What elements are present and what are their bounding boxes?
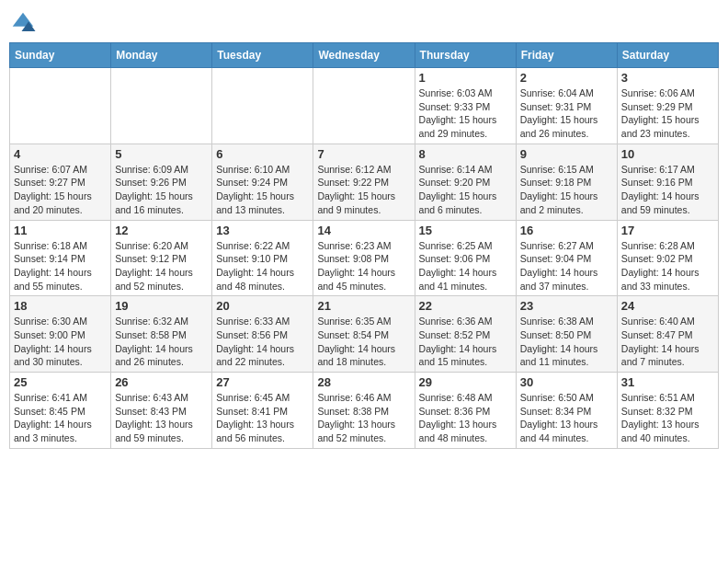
calendar-cell-1-5: 9Sunrise: 6:15 AMSunset: 9:18 PMDaylight…: [516, 144, 617, 220]
week-row-5: 25Sunrise: 6:41 AMSunset: 8:45 PMDayligh…: [10, 373, 719, 449]
calendar-cell-0-5: 2Sunrise: 6:04 AMSunset: 9:31 PMDaylight…: [516, 68, 617, 144]
calendar-cell-3-3: 21Sunrise: 6:35 AMSunset: 8:54 PMDayligh…: [313, 296, 415, 373]
calendar-cell-1-4: 8Sunrise: 6:14 AMSunset: 9:20 PMDaylight…: [415, 144, 516, 220]
day-number: 19: [115, 299, 208, 313]
calendar-cell-4-1: 26Sunrise: 6:43 AMSunset: 8:43 PMDayligh…: [111, 373, 212, 449]
day-number: 26: [115, 375, 208, 389]
calendar-cell-4-2: 27Sunrise: 6:45 AMSunset: 8:41 PMDayligh…: [212, 373, 313, 449]
calendar-cell-1-2: 6Sunrise: 6:10 AMSunset: 9:24 PMDaylight…: [212, 144, 313, 220]
day-number: 30: [520, 375, 613, 389]
day-number: 28: [317, 375, 410, 389]
day-number: 6: [216, 147, 309, 161]
logo-icon: [9, 9, 37, 37]
calendar-cell-0-1: [111, 68, 212, 144]
calendar-cell-2-4: 15Sunrise: 6:25 AMSunset: 9:06 PMDayligh…: [415, 220, 516, 296]
day-info: Sunrise: 6:50 AMSunset: 8:34 PMDaylight:…: [520, 391, 613, 445]
day-info: Sunrise: 6:51 AMSunset: 8:32 PMDaylight:…: [621, 391, 714, 445]
day-number: 1: [419, 71, 512, 85]
day-info: Sunrise: 6:12 AMSunset: 9:22 PMDaylight:…: [317, 163, 410, 217]
day-info: Sunrise: 6:33 AMSunset: 8:56 PMDaylight:…: [216, 315, 309, 369]
day-info: Sunrise: 6:09 AMSunset: 9:26 PMDaylight:…: [115, 163, 208, 217]
day-number: 17: [621, 224, 714, 237]
week-row-3: 11Sunrise: 6:18 AMSunset: 9:14 PMDayligh…: [10, 220, 719, 296]
calendar-cell-0-4: 1Sunrise: 6:03 AMSunset: 9:33 PMDaylight…: [415, 68, 516, 144]
calendar-cell-2-3: 14Sunrise: 6:23 AMSunset: 9:08 PMDayligh…: [313, 220, 415, 296]
day-number: 2: [520, 71, 613, 85]
day-number: 23: [520, 299, 613, 313]
calendar-cell-3-2: 20Sunrise: 6:33 AMSunset: 8:56 PMDayligh…: [212, 296, 313, 373]
day-number: 22: [419, 299, 512, 313]
calendar-cell-1-0: 4Sunrise: 6:07 AMSunset: 9:27 PMDaylight…: [10, 144, 111, 220]
day-info: Sunrise: 6:46 AMSunset: 8:38 PMDaylight:…: [317, 391, 410, 445]
day-info: Sunrise: 6:32 AMSunset: 8:58 PMDaylight:…: [115, 315, 208, 369]
day-number: 15: [419, 224, 512, 237]
day-number: 14: [317, 224, 410, 237]
day-number: 11: [14, 224, 107, 237]
calendar-cell-1-6: 10Sunrise: 6:17 AMSunset: 9:16 PMDayligh…: [617, 144, 718, 220]
calendar-cell-0-6: 3Sunrise: 6:06 AMSunset: 9:29 PMDaylight…: [617, 68, 718, 144]
calendar-cell-2-1: 12Sunrise: 6:20 AMSunset: 9:12 PMDayligh…: [111, 220, 212, 296]
day-number: 18: [14, 299, 107, 313]
day-number: 8: [419, 147, 512, 161]
day-info: Sunrise: 6:43 AMSunset: 8:43 PMDaylight:…: [115, 391, 208, 445]
weekday-header-row: SundayMondayTuesdayWednesdayThursdayFrid…: [10, 43, 719, 68]
day-info: Sunrise: 6:45 AMSunset: 8:41 PMDaylight:…: [216, 391, 309, 445]
day-number: 27: [216, 375, 309, 389]
calendar-cell-4-4: 29Sunrise: 6:48 AMSunset: 8:36 PMDayligh…: [415, 373, 516, 449]
day-number: 24: [621, 299, 714, 313]
week-row-1: 1Sunrise: 6:03 AMSunset: 9:33 PMDaylight…: [10, 68, 719, 144]
calendar-cell-4-3: 28Sunrise: 6:46 AMSunset: 8:38 PMDayligh…: [313, 373, 415, 449]
calendar-cell-4-0: 25Sunrise: 6:41 AMSunset: 8:45 PMDayligh…: [10, 373, 111, 449]
day-number: 25: [14, 375, 107, 389]
day-info: Sunrise: 6:04 AMSunset: 9:31 PMDaylight:…: [520, 86, 613, 141]
calendar-cell-3-1: 19Sunrise: 6:32 AMSunset: 8:58 PMDayligh…: [111, 296, 212, 373]
calendar-cell-0-3: [313, 68, 415, 144]
day-number: 7: [317, 147, 410, 161]
day-number: 31: [621, 375, 714, 389]
calendar-cell-4-5: 30Sunrise: 6:50 AMSunset: 8:34 PMDayligh…: [516, 373, 617, 449]
day-info: Sunrise: 6:35 AMSunset: 8:54 PMDaylight:…: [317, 315, 410, 369]
weekday-header-saturday: Saturday: [617, 43, 718, 68]
header: [9, 9, 719, 37]
day-info: Sunrise: 6:14 AMSunset: 9:20 PMDaylight:…: [419, 163, 512, 217]
day-number: 12: [115, 224, 208, 237]
logo: [9, 9, 40, 37]
calendar-table: SundayMondayTuesdayWednesdayThursdayFrid…: [9, 42, 719, 449]
day-info: Sunrise: 6:22 AMSunset: 9:10 PMDaylight:…: [216, 239, 309, 293]
day-number: 13: [216, 224, 309, 237]
day-number: 16: [520, 224, 613, 237]
calendar-cell-3-4: 22Sunrise: 6:36 AMSunset: 8:52 PMDayligh…: [415, 296, 516, 373]
week-row-4: 18Sunrise: 6:30 AMSunset: 9:00 PMDayligh…: [10, 296, 719, 373]
day-info: Sunrise: 6:38 AMSunset: 8:50 PMDaylight:…: [520, 315, 613, 369]
day-number: 29: [419, 375, 512, 389]
day-info: Sunrise: 6:28 AMSunset: 9:02 PMDaylight:…: [621, 239, 714, 293]
day-info: Sunrise: 6:07 AMSunset: 9:27 PMDaylight:…: [14, 163, 107, 217]
calendar-cell-2-0: 11Sunrise: 6:18 AMSunset: 9:14 PMDayligh…: [10, 220, 111, 296]
weekday-header-friday: Friday: [516, 43, 617, 68]
weekday-header-wednesday: Wednesday: [313, 43, 415, 68]
day-info: Sunrise: 6:27 AMSunset: 9:04 PMDaylight:…: [520, 239, 613, 293]
day-info: Sunrise: 6:41 AMSunset: 8:45 PMDaylight:…: [14, 391, 107, 445]
day-info: Sunrise: 6:03 AMSunset: 9:33 PMDaylight:…: [419, 86, 512, 141]
calendar-cell-2-2: 13Sunrise: 6:22 AMSunset: 9:10 PMDayligh…: [212, 220, 313, 296]
day-number: 5: [115, 147, 208, 161]
day-info: Sunrise: 6:36 AMSunset: 8:52 PMDaylight:…: [419, 315, 512, 369]
day-number: 3: [621, 71, 714, 85]
calendar-cell-1-3: 7Sunrise: 6:12 AMSunset: 9:22 PMDaylight…: [313, 144, 415, 220]
weekday-header-sunday: Sunday: [10, 43, 111, 68]
day-info: Sunrise: 6:40 AMSunset: 8:47 PMDaylight:…: [621, 315, 714, 369]
week-row-2: 4Sunrise: 6:07 AMSunset: 9:27 PMDaylight…: [10, 144, 719, 220]
calendar-cell-2-6: 17Sunrise: 6:28 AMSunset: 9:02 PMDayligh…: [617, 220, 718, 296]
day-info: Sunrise: 6:06 AMSunset: 9:29 PMDaylight:…: [621, 86, 714, 141]
day-number: 9: [520, 147, 613, 161]
day-number: 4: [14, 147, 107, 161]
day-info: Sunrise: 6:20 AMSunset: 9:12 PMDaylight:…: [115, 239, 208, 293]
day-info: Sunrise: 6:18 AMSunset: 9:14 PMDaylight:…: [14, 239, 107, 293]
day-info: Sunrise: 6:48 AMSunset: 8:36 PMDaylight:…: [419, 391, 512, 445]
day-number: 10: [621, 147, 714, 161]
day-info: Sunrise: 6:25 AMSunset: 9:06 PMDaylight:…: [419, 239, 512, 293]
weekday-header-tuesday: Tuesday: [212, 43, 313, 68]
day-info: Sunrise: 6:17 AMSunset: 9:16 PMDaylight:…: [621, 163, 714, 217]
calendar-cell-3-6: 24Sunrise: 6:40 AMSunset: 8:47 PMDayligh…: [617, 296, 718, 373]
calendar-cell-3-5: 23Sunrise: 6:38 AMSunset: 8:50 PMDayligh…: [516, 296, 617, 373]
